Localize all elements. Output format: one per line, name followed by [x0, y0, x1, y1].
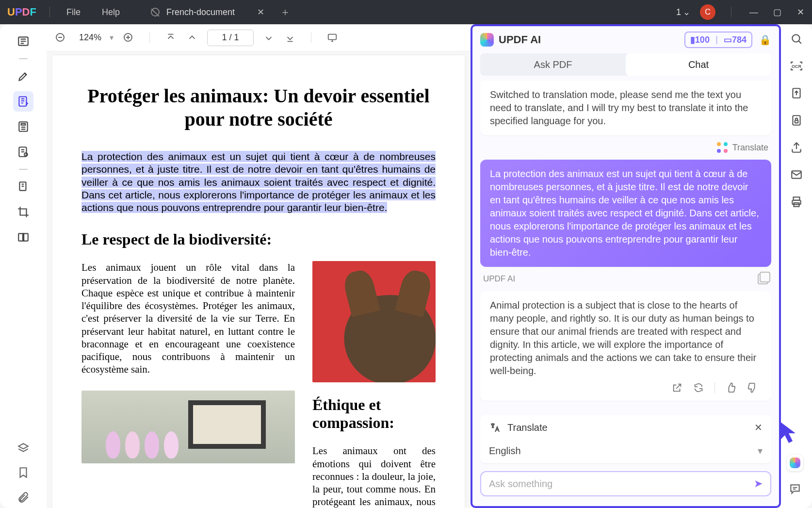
doc-credit-icon: ▮100 [690, 34, 710, 45]
separator [311, 33, 311, 43]
lock-icon[interactable]: 🔒 [759, 34, 771, 46]
compare-icon[interactable] [13, 227, 33, 247]
crop-icon[interactable] [13, 202, 33, 222]
close-icon[interactable]: ✕ [257, 7, 265, 17]
mode-tag: Translate [480, 142, 771, 153]
mode-tag-label: Translate [732, 143, 768, 153]
tab-title: French-document [166, 7, 235, 17]
svg-point-12 [792, 34, 799, 42]
document-toolbar: 124% ▾ 1 / 1 [47, 24, 471, 51]
doc-heading: Protéger les animaux: Un devoir essentie… [81, 84, 436, 131]
translate-label: Translate [507, 422, 548, 433]
last-page-button[interactable] [284, 32, 296, 44]
zoom-in-button[interactable] [122, 32, 135, 44]
search-icon[interactable] [790, 32, 803, 46]
tab-count-value: 1 [676, 7, 681, 17]
print-icon[interactable] [790, 195, 803, 209]
maximize-button[interactable]: ▢ [770, 7, 784, 17]
send-button[interactable]: ➤ [754, 477, 763, 490]
tab-doc-icon [151, 8, 160, 16]
svg-point-5 [24, 153, 27, 156]
thumbs-down-icon[interactable] [747, 382, 758, 393]
ai-launcher-icon[interactable] [787, 455, 803, 471]
copy-icon[interactable] [758, 274, 768, 284]
doc-image-tulips [81, 391, 295, 463]
user-message: La protection des animaux est un sujet q… [480, 160, 771, 267]
pdf-page: Protéger les animaux: Un devoir essentie… [52, 55, 465, 508]
new-tab-button[interactable]: ＋ [274, 5, 297, 19]
translate-icon [489, 422, 501, 433]
layers-icon[interactable] [17, 442, 30, 455]
menu-file[interactable]: File [56, 7, 91, 17]
protect-icon[interactable] [790, 114, 803, 127]
chevron-down-icon: ⌄ [683, 7, 690, 17]
bookmark-icon[interactable] [17, 466, 30, 479]
presentation-icon[interactable] [326, 32, 339, 44]
thumbs-up-icon[interactable] [726, 382, 736, 393]
assistant-message: Animal protection is a subject that is c… [480, 291, 771, 401]
left-toolbar [0, 24, 47, 508]
first-page-button[interactable] [164, 32, 177, 44]
share-icon[interactable] [790, 141, 803, 154]
language-value: English [489, 445, 521, 457]
ai-header: UPDF AI ▮100 | ▭784 🔒 [472, 26, 779, 53]
tab-ask-pdf[interactable]: Ask PDF [480, 53, 626, 76]
doc-subheading: Le respect de la biodiversité: [81, 230, 436, 248]
svg-rect-11 [328, 34, 337, 39]
zoom-value: 124% [76, 33, 105, 43]
close-icon[interactable]: ✕ [754, 422, 763, 433]
prev-page-button[interactable] [186, 32, 198, 44]
doc-paragraph: Les animaux ont des émotions qui doivent… [312, 444, 436, 508]
regenerate-icon[interactable] [693, 382, 704, 393]
separator [715, 382, 715, 393]
menu-help[interactable]: Help [91, 7, 130, 17]
chevron-down-icon: ▾ [758, 445, 763, 457]
chat-input[interactable] [489, 478, 754, 490]
email-icon[interactable] [790, 168, 803, 181]
document-tab[interactable]: French-document ✕ [140, 0, 274, 24]
form-icon[interactable] [13, 142, 33, 162]
ai-panel: UPDF AI ▮100 | ▭784 🔒 Ask PDF Chat Switc… [471, 24, 781, 508]
app-logo: UPDF [0, 6, 44, 18]
chevron-down-icon[interactable]: ▾ [110, 33, 114, 42]
ai-title: UPDF AI [499, 33, 541, 46]
separator [19, 169, 28, 170]
input-zone: Translate ✕ English ▾ ➤ [472, 408, 779, 506]
page-panel-icon[interactable] [13, 116, 33, 137]
doc-paragraph-selected[interactable]: La protection des animaux est un sujet q… [81, 150, 436, 214]
page-indicator[interactable]: 1 / 1 [207, 30, 254, 46]
credits-badge[interactable]: ▮100 | ▭784 [684, 32, 752, 48]
chat-scroll[interactable]: Switched to translation mode, please sen… [472, 81, 779, 408]
close-button[interactable]: ✕ [794, 7, 807, 17]
chat-input-box: ➤ [480, 471, 771, 496]
separator [149, 33, 150, 43]
svg-rect-3 [21, 124, 26, 125]
system-message: Switched to translation mode, please sen… [480, 81, 771, 135]
avatar[interactable]: C [700, 4, 715, 20]
doc-paragraph: Les animaux jouent un rôle vital dans la… [81, 261, 295, 376]
attachment-icon[interactable] [17, 491, 30, 503]
annotate-icon[interactable] [13, 91, 33, 112]
tab-chat[interactable]: Chat [626, 53, 771, 76]
page-organize-icon[interactable] [13, 177, 33, 197]
viewport[interactable]: Protéger les animaux: Un devoir essentie… [47, 51, 471, 508]
document-area: 124% ▾ 1 / 1 Protéger les animaux: Un de… [47, 24, 471, 508]
language-select[interactable]: English ▾ [489, 445, 763, 457]
cursor-indicator [779, 421, 798, 445]
tab-count[interactable]: 1 ⌄ [676, 7, 690, 17]
highlighter-icon[interactable] [13, 66, 33, 86]
doc-image-dog [312, 261, 436, 382]
next-page-button[interactable] [262, 32, 275, 44]
convert-icon[interactable] [790, 86, 803, 100]
ai-mode-tabs: Ask PDF Chat [480, 53, 771, 76]
ai-logo-icon [480, 33, 494, 47]
minimize-button[interactable]: — [747, 7, 761, 17]
comments-icon[interactable] [789, 483, 801, 495]
zoom-out-button[interactable] [54, 32, 67, 44]
separator [731, 7, 731, 17]
translate-card: Translate ✕ English ▾ [480, 415, 771, 463]
palette-icon [717, 142, 728, 153]
ocr-icon[interactable]: OCR [790, 59, 803, 73]
open-external-icon[interactable] [672, 382, 682, 393]
reader-mode-icon[interactable] [13, 31, 33, 51]
